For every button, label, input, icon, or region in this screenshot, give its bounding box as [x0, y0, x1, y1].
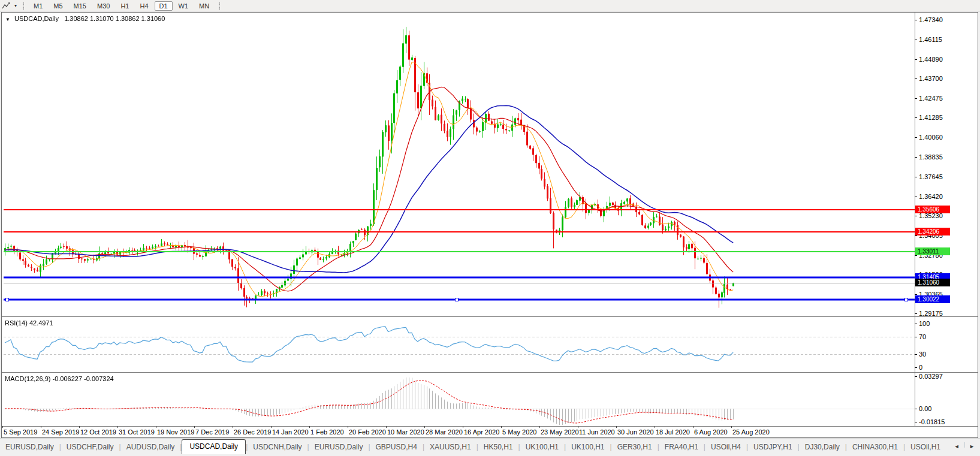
rsi-indicator-canvas[interactable] — [4, 318, 915, 372]
time-axis-tick — [2, 426, 3, 428]
time-axis-label: 12 Oct 2019 — [80, 428, 116, 436]
price-tick-dash — [915, 157, 917, 158]
chart-tab-ger30-h1[interactable]: GER30,H1 — [612, 440, 658, 454]
timeframe-button-m15[interactable]: M15 — [69, 1, 91, 11]
time-axis-tick — [233, 426, 233, 428]
timeframe-button-m1[interactable]: M1 — [29, 1, 47, 11]
chart-window: ▼ USDCAD,Daily 1.30862 1.31070 1.30862 1… — [1, 12, 978, 438]
time-axis-label: 7 Dec 2019 — [195, 428, 229, 436]
chart-symbol-label: USDCAD,Daily — [14, 15, 59, 22]
rsi-tick-label: 0 — [919, 364, 922, 371]
chart-tab-gbpusd-h4[interactable]: GBPUSD,H4 — [370, 440, 423, 454]
time-axis-label: 18 Jul 2020 — [656, 428, 690, 436]
price-tick-label: 1.37645 — [919, 173, 943, 180]
price-tick-dash — [915, 40, 917, 40]
chart-tab-eurusd-daily[interactable]: EURUSD,Daily — [0, 440, 59, 454]
timeframe-button-mn[interactable]: MN — [194, 1, 214, 11]
time-axis-tick — [348, 426, 348, 428]
price-tick-label: 1.41285 — [919, 114, 943, 121]
price-tick-label: 1.46115 — [919, 36, 942, 43]
tab-scroll-right-button[interactable]: ► — [969, 443, 975, 449]
macd-tick-dash — [915, 376, 917, 377]
timeframe-button-m30[interactable]: M30 — [92, 1, 114, 11]
time-axis-tick — [655, 426, 655, 428]
chart-tab-usdjpy-h1[interactable]: USDJPY,H1 — [748, 440, 797, 454]
chart-tab-usdcad-daily[interactable]: USDCAD,Daily — [182, 439, 246, 454]
price-level-badge: 1.35606 — [915, 206, 950, 213]
price-level-badge: 1.33011 — [915, 247, 950, 255]
time-axis-label: 11 Jun 2020 — [579, 428, 615, 436]
price-tick-label: 1.38835 — [919, 153, 943, 161]
chart-tab-uk100-h1[interactable]: UK100,H1 — [566, 440, 610, 454]
chart-dropdown-icon[interactable]: ▼ — [5, 17, 10, 22]
time-axis-label: 26 Dec 2019 — [234, 428, 271, 436]
time-axis-label: 19 Nov 2019 — [157, 428, 194, 436]
time-axis-label: 6 Aug 2020 — [694, 428, 728, 436]
chart-tab-usoil-h4[interactable]: USOil,H4 — [705, 440, 746, 454]
price-level-badge: 1.34206 — [915, 228, 950, 235]
time-axis-tick — [463, 426, 463, 428]
chart-tab-xauusd-h1[interactable]: XAUUSD,H1 — [424, 440, 477, 454]
price-tick-dash — [915, 235, 917, 236]
time-axis-label: 14 Jan 2020 — [272, 428, 309, 436]
time-axis-line — [1, 426, 978, 427]
toolbar-grip[interactable] — [23, 2, 24, 10]
timeframe-button-d1[interactable]: D1 — [155, 1, 173, 11]
timeframe-button-h4[interactable]: H4 — [135, 1, 153, 11]
macd-tick-dash — [915, 409, 917, 409]
chart-tab-strip: EURUSD,Daily|USDCHF,Daily|AUDUSD,Daily|U… — [0, 438, 980, 456]
window-border-right — [978, 12, 978, 438]
timeframe-button-h1[interactable]: H1 — [116, 1, 134, 11]
macd-indicator-canvas[interactable] — [4, 373, 915, 425]
price-tick-dash — [915, 20, 917, 20]
time-axis-label: 28 Mar 2020 — [426, 428, 463, 436]
chart-tab-usdchf-daily[interactable]: USDCHF,Daily — [61, 440, 119, 454]
time-axis-label: 5 May 2020 — [502, 428, 536, 436]
line-studies-dropdown-button[interactable]: ▾ — [13, 3, 19, 8]
window-border-left — [1, 12, 2, 438]
time-axis-label: 25 Aug 2020 — [732, 428, 770, 436]
macd-tick-label: 0.00 — [919, 405, 931, 412]
rsi-tick-label: 70 — [919, 333, 926, 340]
chart-ohlc-values: 1.30862 1.31070 1.30862 1.31060 — [64, 15, 165, 22]
timeframe-button-m5[interactable]: M5 — [49, 1, 67, 11]
time-axis-tick — [194, 426, 195, 428]
price-tick-dash — [915, 313, 917, 314]
chart-tab-fra40-h1[interactable]: FRA40,H1 — [659, 440, 704, 454]
price-tick-label: 1.43700 — [919, 75, 943, 82]
pane-separator-rsi-macd[interactable] — [1, 372, 978, 373]
macd-tick-label: 0.03297 — [919, 373, 943, 380]
polyline-icon — [2, 2, 11, 10]
price-tick-dash — [915, 255, 917, 256]
time-axis-tick — [386, 426, 387, 428]
tab-scroll-left-button[interactable]: ◄ — [954, 443, 960, 449]
line-studies-button[interactable] — [0, 1, 13, 10]
timeframe-button-w1[interactable]: W1 — [174, 1, 194, 11]
price-chart-canvas[interactable] — [4, 13, 915, 316]
time-axis-tick — [501, 426, 502, 428]
toolbar-grip-end[interactable] — [219, 2, 220, 10]
price-axis-separator[interactable] — [915, 12, 915, 426]
tab-separator: | — [964, 442, 965, 451]
chart-tab-hk50-h1[interactable]: HK50,H1 — [478, 440, 518, 454]
chart-tab-uk100-h1[interactable]: UK100,H1 — [520, 440, 564, 454]
price-tick-dash — [915, 137, 917, 138]
time-axis-tick — [309, 426, 310, 428]
time-axis-label: 10 Mar 2020 — [387, 428, 424, 436]
rsi-tick-label: 30 — [919, 351, 926, 358]
tab-scroll-controls: ◄|► — [951, 442, 980, 454]
price-tick-dash — [915, 177, 917, 177]
time-axis-tick — [578, 426, 578, 428]
time-axis-tick — [693, 426, 693, 428]
chart-tab-usdcnh-daily[interactable]: USDCNH,Daily — [248, 440, 307, 454]
time-axis-tick — [616, 426, 617, 428]
time-axis-tick — [539, 426, 540, 428]
chart-tab-china300-h1[interactable]: CHINA300,H1 — [847, 440, 903, 454]
chart-tab-audusd-daily[interactable]: AUDUSD,Daily — [121, 440, 180, 454]
chart-tab-bar: EURUSD,Daily|USDCHF,Daily|AUDUSD,Daily|U… — [0, 440, 980, 454]
chart-tab-dj30-daily[interactable]: DJ30,Daily — [800, 440, 845, 454]
chart-tab-eurusd-daily[interactable]: EURUSD,Daily — [309, 440, 369, 454]
chart-tab-usoil-h1[interactable]: USOil,H1 — [905, 440, 946, 454]
price-tick-dash — [915, 294, 917, 295]
pane-separator-main-rsi[interactable] — [1, 316, 978, 317]
